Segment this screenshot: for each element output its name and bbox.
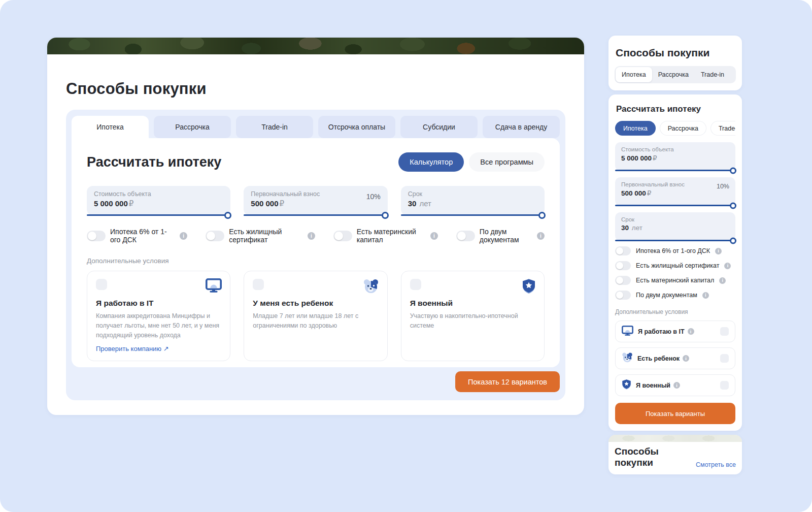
toggle-maternal-capital[interactable]: Есть материнский капитал i — [333, 228, 438, 244]
info-icon[interactable]: i — [702, 292, 709, 299]
info-icon[interactable]: i — [430, 232, 438, 240]
option-label: Есть ребенок — [637, 355, 680, 362]
slider-handle[interactable] — [730, 237, 736, 244]
field-value: 30 — [621, 224, 629, 232]
toggle-switch[interactable] — [333, 231, 352, 241]
field-unit: лет — [632, 224, 642, 232]
tab-trade-in[interactable]: Trade-in — [236, 116, 313, 138]
tab-otsrochka[interactable]: Отсрочка оплаты — [318, 116, 395, 138]
field-value: 5 000 000 — [94, 199, 128, 208]
pill-rassrochka[interactable]: Рассрочка — [660, 121, 706, 136]
extra-conditions-label: Дополнительные условия — [615, 308, 735, 315]
down-payment-percent: 10% — [366, 193, 381, 201]
condition-title: У меня есть ребенок — [253, 299, 378, 308]
tab-sdacha-v-arendu[interactable]: Сдача в аренду — [483, 116, 560, 138]
checkbox[interactable] — [253, 279, 264, 290]
option-card-military[interactable]: Я военный i — [615, 374, 735, 396]
info-icon[interactable]: i — [180, 232, 187, 240]
loan-term-field[interactable]: Срок 30 лет — [401, 186, 545, 215]
checkbox[interactable] — [720, 354, 729, 363]
sidebar-tab-rassrochka[interactable]: Рассрочка — [652, 67, 695, 82]
info-icon[interactable]: i — [715, 248, 722, 254]
toggle-label: Есть жилищный сертификат — [229, 228, 303, 244]
toggle-switch[interactable] — [615, 261, 631, 270]
option-card-child[interactable]: Есть ребенок i — [615, 347, 735, 369]
tab-subsidii[interactable]: Субсидии — [400, 116, 478, 138]
checkbox[interactable] — [410, 279, 421, 290]
toggle-switch[interactable] — [615, 291, 631, 300]
condition-title: Я военный — [410, 299, 535, 308]
property-price-field[interactable]: Стоимость объекта 5 000 000₽ — [615, 142, 735, 171]
sidebar-footer-card: Способы покупки Смотреть все — [608, 435, 742, 474]
calculator-mode-button[interactable]: Калькулятор — [398, 152, 464, 172]
tab-rassrochka[interactable]: Рассрочка — [154, 116, 231, 138]
teddy-bear-icon — [622, 352, 633, 365]
toggle-dsk-6-percent[interactable]: Ипотека 6% от 1-ого ДСК i — [615, 246, 735, 255]
info-icon[interactable]: i — [688, 328, 694, 335]
info-icon[interactable]: i — [673, 382, 680, 389]
toggle-two-documents[interactable]: По двум документам i — [615, 291, 735, 300]
field-label: Срок — [408, 190, 537, 198]
info-icon[interactable]: i — [724, 263, 731, 269]
property-price-slider[interactable] — [87, 214, 230, 216]
monitor-icon — [622, 326, 633, 338]
show-variants-button[interactable]: Показать варианты — [615, 403, 735, 424]
extra-conditions-label: Дополнительные условия — [87, 257, 545, 265]
sidebar-tab-trade-in[interactable]: Trade-in — [695, 67, 730, 82]
info-icon[interactable]: i — [537, 232, 545, 240]
sidebar-header-card: Способы покупки Ипотека Рассрочка Trade-… — [608, 36, 742, 90]
toggle-maternal-capital[interactable]: Есть материнский капитал i — [615, 276, 735, 285]
toggle-switch[interactable] — [615, 276, 631, 285]
all-programs-button[interactable]: Все программы — [469, 152, 545, 172]
purchase-method-tabs: Ипотека Рассрочка Trade-in Отсрочка опла… — [72, 116, 560, 138]
toggle-housing-certificate[interactable]: Есть жилищный сертификат i — [206, 228, 315, 244]
toggle-switch[interactable] — [87, 231, 106, 241]
sidebar-method-pills: Ипотека Рассрочка Trade-in — [615, 121, 735, 136]
down-payment-slider[interactable] — [244, 214, 387, 216]
toggle-housing-certificate[interactable]: Есть жилищный сертификат i — [615, 261, 735, 270]
toggle-switch[interactable] — [456, 231, 475, 241]
field-value: 5 000 000 — [621, 154, 652, 162]
down-payment-field[interactable]: Первоначальный взнос 500 000₽ 10% — [615, 177, 735, 206]
toggle-two-documents[interactable]: По двум документам i — [456, 228, 545, 244]
field-value: 30 — [408, 199, 417, 208]
main-content-panel: Способы покупки Ипотека Рассрочка Trade-… — [47, 38, 584, 415]
info-icon[interactable]: i — [683, 355, 689, 362]
checkbox[interactable] — [720, 381, 729, 390]
down-payment-field[interactable]: Первоначальный взнос 500 000₽ 10% — [244, 186, 387, 215]
mobile-preview-column: Способы покупки Ипотека Рассрочка Trade-… — [608, 36, 742, 474]
slider-handle[interactable] — [730, 167, 736, 174]
shield-star-icon — [522, 278, 536, 297]
property-price-slider[interactable] — [615, 170, 735, 171]
option-card-it[interactable]: Я работаю в IT i — [615, 321, 735, 342]
teddy-bear-icon — [363, 278, 379, 296]
toggle-switch[interactable] — [206, 231, 224, 241]
see-all-link[interactable]: Смотреть все — [696, 461, 736, 468]
slider-handle[interactable] — [730, 202, 736, 209]
sidebar-tab-otsrochka[interactable]: Отсрочка оплаты — [730, 67, 736, 82]
check-company-link[interactable]: Проверить компанию ↗ — [96, 345, 169, 353]
slider-handle[interactable] — [382, 212, 389, 219]
loan-term-slider[interactable] — [401, 214, 545, 216]
down-payment-slider[interactable] — [615, 205, 735, 206]
field-unit: ₽ — [129, 199, 134, 208]
condition-card-it: Я работаю в IT Компания аккредитована Ми… — [87, 271, 230, 361]
condition-card-child: У меня есть ребенок Младше 7 лет или мла… — [244, 271, 387, 361]
slider-handle[interactable] — [224, 212, 231, 219]
condition-card-military: Я военный Участвую в накопительно-ипотеч… — [401, 271, 545, 361]
property-price-field[interactable]: Стоимость объекта 5 000 000₽ — [87, 186, 230, 215]
toggle-dsk-6-percent[interactable]: Ипотека 6% от 1-ого ДСК i — [87, 228, 187, 244]
loan-term-slider[interactable] — [615, 240, 735, 241]
tab-ipoteka[interactable]: Ипотека — [72, 116, 149, 138]
pill-ipoteka[interactable]: Ипотека — [615, 121, 656, 136]
pill-trade-in[interactable]: Trade-in — [710, 121, 735, 136]
checkbox[interactable] — [96, 279, 107, 290]
sidebar-tab-ipoteka[interactable]: Ипотека — [616, 67, 652, 82]
info-icon[interactable]: i — [308, 232, 315, 240]
slider-handle[interactable] — [538, 212, 546, 219]
checkbox[interactable] — [720, 327, 729, 336]
toggle-switch[interactable] — [615, 246, 631, 255]
info-icon[interactable]: i — [719, 277, 726, 284]
show-variants-button[interactable]: Показать 12 вариантов — [455, 371, 560, 392]
loan-term-field[interactable]: Срок 30 лет — [615, 212, 735, 241]
